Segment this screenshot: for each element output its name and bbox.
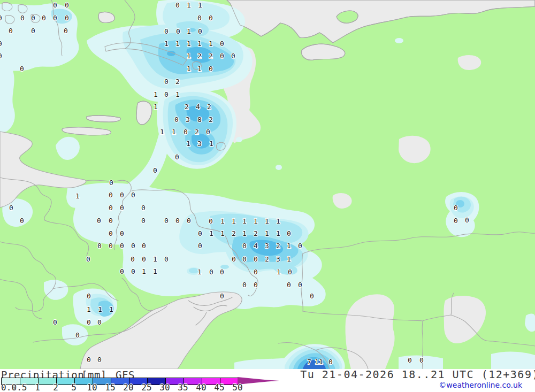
precip-value: 1	[153, 267, 157, 275]
precip-value: 0	[87, 356, 91, 364]
precip-value: 1	[287, 242, 291, 250]
legend-tick-label: 25	[141, 382, 151, 392]
precip-value: 0	[242, 242, 247, 250]
precip-value: 2	[207, 103, 211, 111]
precip-value: 0	[153, 166, 157, 174]
legend-tick-label: 2	[53, 382, 58, 392]
precip-value: 0	[287, 229, 291, 237]
precip-value: 11	[315, 358, 323, 366]
precip-value: 0	[209, 14, 213, 22]
precip-value: 0	[97, 356, 102, 364]
precip-value: 0	[9, 27, 13, 35]
precip-value: 1	[154, 103, 158, 111]
precip-value: 1	[232, 217, 236, 225]
precip-value: 1	[75, 192, 80, 200]
precip-value: 0	[131, 191, 135, 199]
precip-value: 4	[254, 242, 258, 250]
precip-value: 0	[242, 255, 247, 263]
precip-value: 0	[176, 27, 180, 35]
precip-value: 0	[209, 268, 213, 276]
precip-value: 0	[242, 281, 247, 289]
precip-value: 1	[197, 65, 202, 73]
precip-value: 0	[142, 255, 146, 263]
precip-value: 0	[408, 356, 412, 364]
precip-value: 1	[220, 217, 225, 225]
precip-value: 0	[86, 255, 90, 263]
precip-value: 0	[454, 217, 458, 225]
precip-value: 1	[197, 40, 202, 48]
precip-value: 0	[328, 358, 333, 366]
precip-value: 0	[298, 242, 302, 250]
precip-value: 0	[9, 204, 13, 212]
precip-value: 1	[175, 40, 180, 48]
precip-value: 1	[154, 90, 158, 98]
precip-value: 7	[307, 358, 311, 366]
precip-value: 0	[419, 356, 424, 364]
precip-value: 1	[186, 140, 190, 148]
precip-value: 0	[175, 217, 180, 225]
legend-tick-label: 40	[196, 382, 206, 392]
precip-value: 1	[276, 217, 280, 225]
precip-value: 1	[198, 1, 202, 9]
precip-value: 0	[164, 27, 169, 35]
precip-value: 0	[174, 116, 179, 124]
legend-tick-label: 35	[178, 382, 188, 392]
precip-value: 1	[277, 268, 281, 276]
precip-value: 1	[175, 90, 180, 98]
precip-value: 0	[164, 90, 169, 98]
precip-value: 3	[197, 140, 202, 148]
precip-value: 0	[20, 217, 24, 225]
legend-tick-labels: 0.10.5125101520253035404550	[0, 382, 300, 392]
precip-value: 1	[254, 217, 258, 225]
precip-value: 1	[209, 229, 213, 237]
precip-value: 0	[141, 217, 146, 225]
legend-tick-label: 1	[35, 382, 40, 392]
precip-value: 0	[42, 14, 46, 22]
precip-value: 0	[141, 204, 146, 212]
legend-tick-label: 45	[214, 382, 224, 392]
precip-value: 0	[109, 217, 113, 225]
precip-value: 2	[185, 103, 189, 111]
precip-value: 0	[0, 14, 2, 22]
precip-value: 1	[160, 128, 164, 136]
precip-value: 2	[209, 116, 213, 124]
precip-value: 0	[120, 191, 124, 199]
legend-tick-label: 20	[123, 382, 133, 392]
precip-value: 0	[20, 65, 24, 73]
precip-value: 0	[131, 267, 135, 275]
precip-value: 0	[53, 14, 57, 22]
precip-value: 1	[276, 229, 280, 237]
precip-value: 0	[454, 204, 458, 212]
precip-value: 0	[120, 204, 124, 212]
precip-value: 0	[53, 318, 57, 326]
precip-value: 0	[287, 281, 291, 289]
precip-value: 3	[186, 116, 190, 124]
precip-value: 1	[209, 40, 213, 48]
credit-link[interactable]: ©weatheronline.co.uk	[439, 381, 522, 389]
precip-value: 0	[220, 292, 224, 300]
precip-value: 0	[254, 281, 258, 289]
precip-value: 0	[109, 229, 113, 237]
precip-value: 0	[120, 242, 124, 250]
precip-value: 0	[206, 128, 210, 136]
precip-value: 0	[53, 1, 57, 9]
precip-value: 0	[298, 281, 302, 289]
legend-tick-label: 10	[87, 382, 97, 392]
precip-value: 0	[0, 40, 2, 48]
precip-value: 0	[198, 242, 202, 250]
legend-tick-label: 50	[232, 382, 242, 392]
precip-value: 0	[109, 242, 113, 250]
precip-value: 0	[64, 27, 68, 35]
precip-value: 0	[75, 331, 80, 339]
precip-value: 0	[220, 52, 224, 60]
precip-value: 0	[109, 179, 113, 187]
precip-value: 0	[254, 255, 258, 263]
precip-value: 1	[209, 140, 213, 148]
precip-value: 0	[164, 255, 169, 263]
precip-value: 0	[164, 217, 169, 225]
legend-tick-label: 5	[71, 382, 77, 392]
precip-value: 1	[142, 267, 146, 275]
precip-value: 1	[197, 268, 202, 276]
precip-value: 0	[120, 229, 124, 237]
precip-value: 2	[209, 52, 213, 60]
